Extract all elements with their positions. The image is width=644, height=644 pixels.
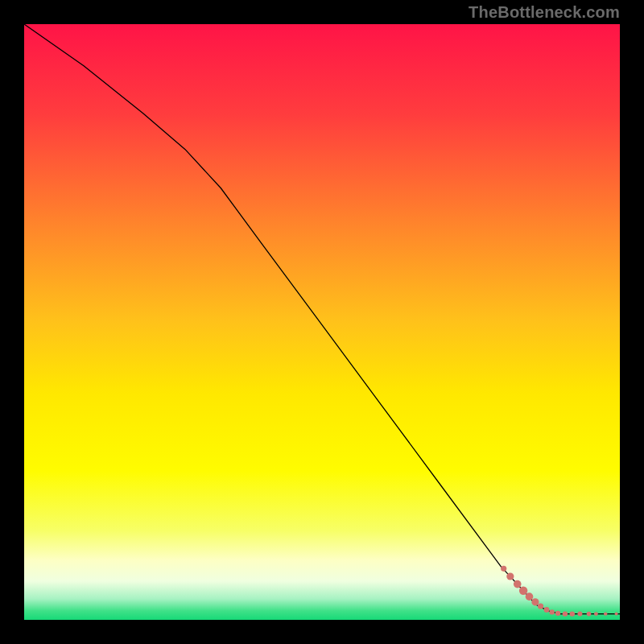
data-point bbox=[615, 613, 618, 616]
data-point bbox=[563, 611, 568, 616]
data-point bbox=[526, 592, 534, 601]
data-point bbox=[538, 603, 543, 609]
data-point bbox=[587, 612, 592, 617]
data-point bbox=[531, 598, 539, 605]
data-point bbox=[506, 572, 514, 580]
data-point bbox=[577, 612, 582, 617]
data-point bbox=[570, 611, 575, 616]
data-point bbox=[501, 566, 506, 572]
watermark-text: TheBottleneck.com bbox=[469, 3, 620, 22]
data-point bbox=[604, 612, 607, 615]
data-point bbox=[555, 611, 560, 616]
plot-area bbox=[24, 24, 620, 620]
chart-frame: TheBottleneck.com bbox=[0, 0, 644, 644]
data-point bbox=[549, 609, 554, 614]
data-point bbox=[544, 607, 550, 613]
data-point bbox=[594, 612, 598, 616]
data-point bbox=[514, 580, 522, 588]
plot-svg bbox=[24, 24, 620, 620]
gradient-background bbox=[24, 24, 620, 620]
data-point bbox=[519, 587, 527, 595]
